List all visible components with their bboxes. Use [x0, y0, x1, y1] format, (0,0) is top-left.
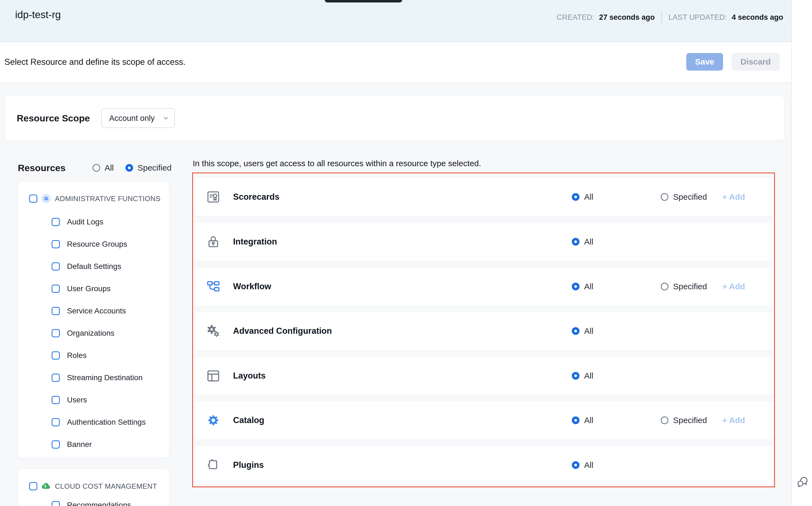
item-checkbox[interactable] [52, 262, 60, 271]
resource-row-plugins: Plugins All [194, 445, 773, 485]
item-checkbox[interactable] [52, 307, 60, 315]
group-header-cloud-cost: $ CLOUD COST MANAGEMENT [18, 478, 169, 495]
resources-all-label: All [105, 163, 114, 172]
resource-name: Layouts [233, 371, 266, 381]
scorecard-icon [206, 190, 220, 204]
group-label: CLOUD COST MANAGEMENT [55, 482, 157, 491]
resource-scope-selected: Account only [109, 114, 155, 123]
resource-row-layouts: Layouts All [194, 356, 773, 395]
cloud-dollar-icon: $ [41, 481, 51, 491]
all-label: All [584, 192, 593, 202]
meta-divider [661, 11, 662, 23]
all-label: All [584, 371, 593, 381]
item-checkbox[interactable] [52, 501, 60, 506]
tree-row: Users [18, 389, 169, 411]
resource-row-workflow: Workflow All Specified + Add [194, 267, 773, 306]
tree-row: Service Accounts [18, 300, 169, 322]
item-checkbox[interactable] [52, 373, 60, 382]
all-radio[interactable] [572, 327, 580, 335]
item-checkbox[interactable] [52, 351, 60, 359]
all-radio[interactable] [572, 193, 580, 201]
gear-icon [206, 413, 220, 427]
scope-description: In this scope, users get access to all r… [193, 159, 481, 168]
item-checkbox[interactable] [52, 440, 60, 448]
cloud-cost-checkbox[interactable] [29, 482, 37, 490]
chat-bubbles-icon[interactable] [796, 476, 809, 488]
tree-row: User Groups [18, 277, 169, 300]
specified-radio[interactable] [661, 416, 669, 424]
tree-item-label: Service Accounts [67, 307, 126, 315]
item-checkbox[interactable] [52, 418, 60, 426]
all-radio[interactable] [572, 372, 580, 380]
specified-radio[interactable] [661, 283, 669, 290]
resource-scope-card: Resource Scope Account only [5, 96, 785, 141]
tree-item-label: Resource Groups [67, 240, 127, 249]
add-link[interactable]: + Add [722, 416, 745, 425]
tree-item-label: Roles [67, 351, 87, 360]
created-value: 27 seconds ago [599, 13, 655, 21]
specified-label: Specified [673, 282, 707, 291]
tree-item-label: Organizations [67, 329, 114, 338]
all-radio[interactable] [572, 461, 580, 469]
gears-icon [206, 324, 220, 338]
tree-item-label: Users [67, 396, 87, 404]
created-label: CREATED: [557, 13, 594, 21]
svg-text:$: $ [44, 484, 46, 488]
resource-types-panel: Scorecards All Specified + Add Integrati… [192, 172, 775, 487]
add-link[interactable]: + Add [722, 282, 745, 291]
tree-item-label: Default Settings [67, 262, 121, 271]
tree-row: Audit Logs [18, 211, 169, 233]
all-label: All [584, 326, 593, 336]
resource-name: Scorecards [233, 192, 280, 202]
tree-row: Organizations [18, 322, 169, 344]
chevron-down-icon [162, 114, 169, 122]
page-header: idp-test-rg CREATED: 27 seconds ago LAST… [0, 0, 812, 42]
admin-functions-checkbox[interactable] [29, 194, 37, 203]
tree-item-label: Audit Logs [67, 218, 103, 226]
resource-name: Workflow [233, 281, 271, 291]
all-label: All [584, 416, 593, 425]
group-label: ADMINISTRATIVE FUNCTIONS [55, 194, 161, 203]
resources-all-radio[interactable] [93, 164, 100, 172]
tree-row: Resource Groups [18, 233, 169, 255]
tooltip-remnant [325, 0, 402, 2]
group-header-admin-functions: ADMINISTRATIVE FUNCTIONS [18, 190, 169, 207]
right-side-strip [791, 0, 812, 506]
page-title: idp-test-rg [15, 9, 61, 21]
save-button[interactable]: Save [686, 53, 723, 71]
item-checkbox[interactable] [52, 240, 60, 248]
cloud-cost-card: $ CLOUD COST MANAGEMENT Recommendations [18, 469, 169, 506]
specified-label: Specified [673, 416, 707, 425]
all-radio[interactable] [572, 238, 580, 246]
all-radio[interactable] [572, 283, 580, 290]
last-updated-value: 4 seconds ago [731, 13, 783, 21]
plugin-icon [206, 458, 220, 472]
tree-row: Banner [18, 433, 169, 455]
resource-row-catalog: Catalog All Specified + Add [194, 401, 773, 440]
tree-row: Authentication Settings [18, 411, 169, 433]
item-checkbox[interactable] [52, 218, 60, 226]
meta-info: CREATED: 27 seconds ago LAST UPDATED: 4 … [557, 11, 783, 23]
all-label: All [584, 282, 593, 291]
all-radio[interactable] [572, 416, 580, 424]
specified-radio[interactable] [661, 193, 669, 201]
resource-name: Plugins [233, 460, 264, 470]
resources-header: Resources All Specified [18, 160, 169, 176]
tree-row: Roles [18, 344, 169, 366]
item-checkbox[interactable] [52, 396, 60, 404]
tree-item-label: Recommendations [67, 501, 131, 506]
tree-row: Recommendations [18, 494, 169, 506]
admin-functions-card: ADMINISTRATIVE FUNCTIONS Audit Logs Reso… [18, 181, 169, 458]
tree-item-label: Streaming Destination [67, 373, 142, 382]
item-checkbox[interactable] [52, 329, 60, 337]
discard-button[interactable]: Discard [731, 53, 780, 71]
resource-scope-dropdown[interactable]: Account only [101, 108, 175, 128]
resource-row-scorecards: Scorecards All Specified + Add [194, 177, 773, 217]
item-checkbox[interactable] [52, 284, 60, 293]
resource-name: Integration [233, 237, 277, 247]
resource-scope-label: Resource Scope [17, 113, 90, 123]
add-link[interactable]: + Add [722, 192, 745, 202]
resources-specified-radio[interactable] [125, 164, 133, 172]
layout-icon [206, 369, 220, 383]
all-label: All [584, 237, 593, 246]
